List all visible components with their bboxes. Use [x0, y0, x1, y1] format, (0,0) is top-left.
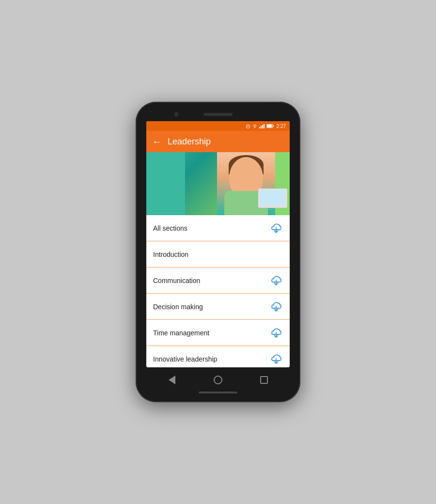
phone-top-bar	[140, 108, 296, 121]
home-circle-icon	[214, 376, 222, 384]
status-icons: 2:27	[246, 124, 286, 129]
list-item-label-introduction: Introduction	[153, 251, 188, 258]
wifi-icon	[252, 124, 258, 128]
nav-home-button[interactable]	[210, 372, 226, 388]
svg-rect-5	[264, 124, 265, 128]
alarm-icon	[246, 124, 250, 128]
recent-square-icon	[260, 376, 268, 384]
app-bar-title: Leadership	[168, 137, 211, 147]
list-item-label-all-sections: All sections	[153, 224, 187, 232]
nav-recent-button[interactable]	[256, 372, 272, 388]
status-bar: 2:27	[146, 121, 290, 131]
hero-laptop	[258, 189, 287, 208]
phone-screen: 2:27 ← Leadership All sections	[146, 121, 290, 367]
hero-image	[146, 152, 290, 215]
list-item-introduction[interactable]: Introduction	[146, 241, 290, 268]
svg-rect-8	[267, 125, 272, 127]
svg-rect-2	[259, 127, 260, 128]
svg-rect-4	[262, 125, 263, 128]
list-item-label-innovative-leadership: Innovative leadership	[153, 355, 217, 363]
svg-rect-3	[261, 126, 262, 128]
svg-rect-7	[273, 126, 274, 127]
list-item-label-time-management: Time management	[153, 329, 209, 337]
download-cloud-icon-all-sections[interactable]	[269, 221, 283, 235]
back-triangle-icon	[169, 376, 175, 384]
time-display: 2:27	[277, 124, 286, 129]
download-cloud-icon-innovative-leadership[interactable]	[269, 352, 283, 366]
sections-list: All sections IntroductionCommunication D…	[146, 215, 290, 367]
download-cloud-icon-decision-making[interactable]	[269, 300, 283, 314]
list-item-communication[interactable]: Communication	[146, 268, 290, 294]
list-item-label-decision-making: Decision making	[153, 303, 203, 311]
bottom-notch	[199, 392, 237, 394]
front-camera	[174, 112, 178, 116]
download-cloud-icon-communication[interactable]	[269, 274, 283, 287]
nav-back-button[interactable]	[164, 372, 180, 388]
list-item-decision-making[interactable]: Decision making	[146, 294, 290, 320]
battery-icon	[266, 124, 274, 128]
download-cloud-icon-time-management[interactable]	[269, 326, 283, 340]
hero-laptop-screen	[260, 190, 285, 205]
back-button[interactable]: ←	[152, 136, 162, 147]
signal-icon	[259, 124, 265, 128]
app-bar: ← Leadership	[146, 131, 290, 152]
phone-bottom-nav	[140, 370, 296, 390]
list-item-innovative-leadership[interactable]: Innovative leadership	[146, 346, 290, 367]
hero-bg-wall	[146, 152, 185, 215]
list-item-time-management[interactable]: Time management	[146, 320, 290, 346]
phone-device: 2:27 ← Leadership All sections	[136, 102, 300, 402]
list-item-all-sections[interactable]: All sections	[146, 215, 290, 241]
list-item-label-communication: Communication	[153, 277, 200, 284]
phone-speaker	[203, 113, 233, 116]
